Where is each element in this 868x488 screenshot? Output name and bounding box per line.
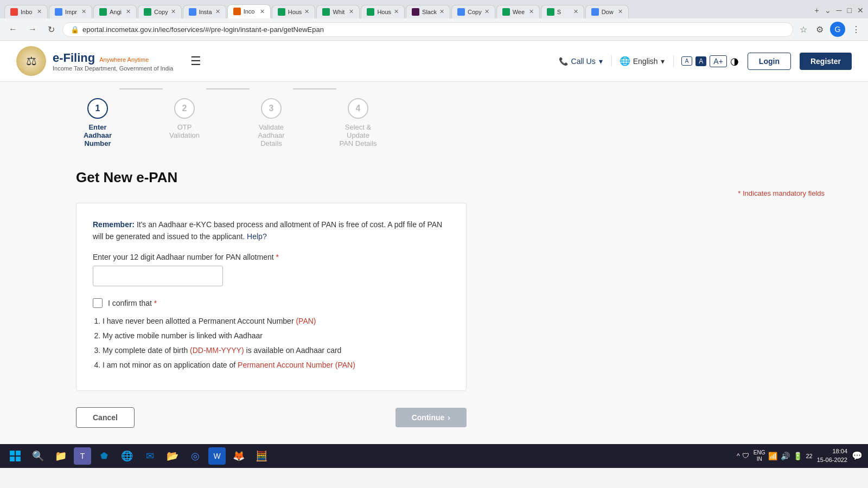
page-title: Get New e-PAN bbox=[76, 169, 825, 186]
logo-area: ⚖ e-Filing Anywhere Anytime Income Tax D… bbox=[16, 46, 201, 76]
aadhaar-required-marker: * bbox=[276, 253, 278, 261]
tab-label-impr: Impr bbox=[65, 9, 79, 15]
font-medium-button[interactable]: A bbox=[695, 56, 706, 66]
remember-text: Remember: It's an Aadhaar e-KYC based pr… bbox=[93, 219, 450, 243]
svg-rect-0 bbox=[10, 451, 15, 455]
taskbar-edge[interactable]: 🌐 bbox=[117, 446, 137, 466]
wifi-icon[interactable]: 📶 bbox=[768, 452, 777, 460]
tab-close-slack[interactable]: ✕ bbox=[439, 8, 444, 15]
taskbar-folder[interactable]: 📂 bbox=[163, 446, 182, 466]
step-2-number: 2 bbox=[182, 104, 187, 113]
volume-icon[interactable]: 🔊 bbox=[781, 452, 790, 460]
aadhaar-label-text: Enter your 12 digit Aadhaar number for P… bbox=[93, 253, 274, 261]
profile-button[interactable]: G bbox=[830, 22, 845, 37]
close-button[interactable]: ✕ bbox=[857, 6, 864, 15]
tab-close-inbox[interactable]: ✕ bbox=[37, 8, 42, 15]
start-button[interactable] bbox=[5, 446, 25, 466]
tab-slack[interactable]: Slack ✕ bbox=[406, 5, 450, 18]
tab-close-insta[interactable]: ✕ bbox=[215, 8, 220, 15]
taskbar-chrome[interactable]: ◎ bbox=[186, 446, 205, 466]
tab-close-inco[interactable]: ✕ bbox=[260, 8, 265, 15]
tab-icon-dow bbox=[591, 8, 599, 16]
battery-icon[interactable]: 🔋 bbox=[793, 452, 802, 460]
tab-close-impr[interactable]: ✕ bbox=[81, 8, 86, 15]
taskbar-teams[interactable]: T bbox=[74, 447, 91, 465]
tab-close-copy1[interactable]: ✕ bbox=[171, 8, 176, 15]
tab-copy1[interactable]: Copy ✕ bbox=[138, 5, 182, 18]
tab-hous1[interactable]: Hous ✕ bbox=[272, 5, 316, 18]
tab-insta[interactable]: Insta ✕ bbox=[183, 5, 226, 18]
aadhaar-field-label: Enter your 12 digit Aadhaar number for P… bbox=[93, 253, 450, 261]
tab-close-copy2[interactable]: ✕ bbox=[484, 8, 489, 15]
taskbar-dell[interactable]: ⬟ bbox=[94, 446, 114, 466]
refresh-button[interactable]: ↻ bbox=[44, 22, 58, 37]
tray-chevron-icon[interactable]: ^ bbox=[737, 452, 740, 460]
maximize-button[interactable]: □ bbox=[847, 6, 852, 15]
tab-dow[interactable]: Dow ✕ bbox=[585, 5, 629, 18]
font-large-button[interactable]: A+ bbox=[710, 55, 727, 67]
font-small-button[interactable]: A bbox=[681, 56, 693, 66]
back-button[interactable]: ← bbox=[5, 22, 21, 36]
taskbar-files[interactable]: 📁 bbox=[51, 446, 71, 466]
tab-icon-impr bbox=[55, 8, 62, 16]
tab-close-hous1[interactable]: ✕ bbox=[304, 8, 309, 15]
taskbar-firefox[interactable]: 🦊 bbox=[229, 446, 248, 466]
tab-close-hous2[interactable]: ✕ bbox=[394, 8, 399, 15]
call-us-button[interactable]: 📞 Call Us ▾ bbox=[559, 57, 603, 66]
condition-4: I am not minor as on application date of… bbox=[103, 359, 450, 371]
main-content: 1 Enter AadhaarNumber 2 OTP Validation 3 bbox=[0, 82, 868, 444]
tab-whit[interactable]: Whit ✕ bbox=[316, 5, 360, 18]
remember-body: It's an Aadhaar e-KYC based process and … bbox=[93, 220, 442, 241]
tab-overflow-button[interactable]: ⌄ bbox=[825, 6, 831, 15]
taskbar-mail[interactable]: ✉ bbox=[140, 446, 159, 466]
new-tab-button[interactable]: + bbox=[814, 6, 819, 15]
confirm-checkbox[interactable] bbox=[93, 298, 103, 308]
tab-close-angi[interactable]: ✕ bbox=[126, 8, 131, 15]
step-4-number: 4 bbox=[356, 104, 361, 113]
hamburger-menu-icon[interactable]: ☰ bbox=[190, 54, 201, 68]
url-text: eportal.incometax.gov.in/iec/foservices/… bbox=[82, 25, 785, 34]
cancel-button[interactable]: Cancel bbox=[76, 407, 135, 428]
aadhaar-number-input[interactable] bbox=[93, 266, 223, 286]
language-selector[interactable]: 🌐 English ▾ bbox=[611, 56, 665, 66]
step-2-wrapper: 2 OTP Validation bbox=[163, 98, 206, 139]
tray-antivirus-icon[interactable]: 🛡 bbox=[742, 452, 749, 460]
taskbar-word[interactable]: W bbox=[208, 447, 226, 465]
taskbar-search[interactable]: 🔍 bbox=[28, 446, 48, 466]
continue-button[interactable]: Continue › bbox=[395, 408, 467, 427]
tab-hous2[interactable]: Hous ✕ bbox=[361, 5, 405, 18]
font-controls: A A A+ ◑ bbox=[673, 55, 739, 67]
taskbar-sys-icons: ENGIN 📶 🔊 🔋 22 bbox=[754, 450, 813, 463]
bookmark-button[interactable]: ☆ bbox=[797, 22, 809, 37]
login-button[interactable]: Login bbox=[748, 53, 791, 70]
tab-close-s[interactable]: ✕ bbox=[573, 8, 578, 15]
forward-button[interactable]: → bbox=[25, 22, 40, 36]
step-1-number: 1 bbox=[95, 104, 100, 113]
tab-impr[interactable]: Impr ✕ bbox=[49, 5, 92, 18]
taskbar-tray: ^ 🛡 bbox=[737, 452, 749, 460]
tab-copy2[interactable]: Copy ✕ bbox=[451, 5, 495, 18]
menu-button[interactable]: ⋮ bbox=[850, 22, 863, 37]
extensions-button[interactable]: ⚙ bbox=[814, 22, 826, 37]
minimize-button[interactable]: ─ bbox=[837, 6, 842, 15]
tab-inbox[interactable]: Inbo ✕ bbox=[4, 5, 48, 18]
register-button[interactable]: Register bbox=[800, 53, 852, 70]
notification-icon[interactable]: 💬 bbox=[852, 451, 863, 461]
tab-label-insta: Insta bbox=[199, 9, 213, 15]
help-link[interactable]: Help? bbox=[247, 232, 267, 241]
windows-logo-icon bbox=[9, 450, 21, 462]
tab-inco[interactable]: Inco ✕ bbox=[227, 4, 271, 18]
taskbar-calc[interactable]: 🧮 bbox=[252, 446, 271, 466]
condition-3: My complete date of birth (DD-MM-YYYY) i… bbox=[103, 345, 450, 356]
tab-wee[interactable]: Wee ✕ bbox=[496, 5, 540, 18]
tab-angi[interactable]: Angi ✕ bbox=[93, 5, 137, 18]
tab-icon-angi bbox=[99, 8, 107, 16]
tab-close-dow[interactable]: ✕ bbox=[618, 8, 623, 15]
tab-close-whit[interactable]: ✕ bbox=[349, 8, 354, 15]
tab-s[interactable]: S ✕ bbox=[541, 5, 584, 18]
tab-close-wee[interactable]: ✕ bbox=[529, 8, 534, 15]
tab-icon-inbox bbox=[10, 8, 18, 16]
browser-window: Inbo ✕ Impr ✕ Angi ✕ Copy ✕ Insta ✕ Inco… bbox=[0, 0, 868, 444]
contrast-toggle-button[interactable]: ◑ bbox=[730, 55, 739, 67]
address-bar[interactable]: 🔒 eportal.incometax.gov.in/iec/foservice… bbox=[62, 22, 793, 37]
